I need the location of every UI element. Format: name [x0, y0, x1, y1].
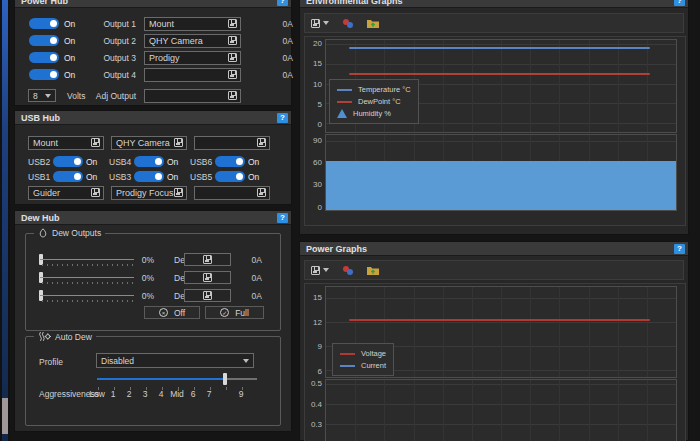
- power-graphs-toolbar: [304, 260, 684, 280]
- output-2-current: 0A: [267, 36, 293, 46]
- save-icon[interactable]: [228, 53, 237, 62]
- scrollbar-thumb[interactable]: [2, 398, 8, 434]
- dew-hub-header: Dew Hub ?: [15, 211, 291, 225]
- usb-top-field-1[interactable]: Mount: [28, 136, 104, 150]
- save-icon[interactable]: [91, 138, 100, 147]
- usb1-toggle[interactable]: [53, 171, 83, 182]
- usb-top-field-3[interactable]: [194, 136, 270, 150]
- save-icon[interactable]: [228, 70, 237, 79]
- open-folder-icon[interactable]: [366, 265, 380, 276]
- dew-channel-row-c: 0% Dew C 0A: [26, 289, 280, 305]
- output-1-name-field[interactable]: Mount: [144, 17, 241, 31]
- output-3-toggle[interactable]: [29, 52, 59, 63]
- power-charts-area: 151296 0.50.40.30.2 VoltageCurrent: [304, 283, 686, 441]
- dew-hub-title: Dew Hub: [21, 213, 60, 223]
- power-hub-title: Power Hub: [21, 0, 68, 6]
- dew-c-slider-track[interactable]: [40, 295, 134, 296]
- output-4-name-field[interactable]: [144, 68, 241, 82]
- panel-power-hub: Power Hub ? On Output 1 Mount 0A On Outp…: [14, 0, 292, 106]
- dew-outputs-group-label: Dew Outputs: [34, 228, 105, 238]
- save-icon[interactable]: [91, 188, 100, 197]
- usb2-state: On: [86, 157, 97, 167]
- output-3-state: On: [64, 53, 75, 63]
- usb5-toggle[interactable]: [215, 171, 245, 182]
- panel-usb-hub: USB Hub ? Mount QHY Camera USB2: [14, 110, 292, 205]
- chevron-down-icon: [323, 268, 329, 272]
- usb6-state: On: [248, 157, 259, 167]
- dew-hub-help-icon[interactable]: ?: [277, 213, 288, 223]
- profile-row: Profile Disabled: [26, 353, 280, 369]
- save-icon: [203, 291, 212, 300]
- usb-bottom-fields-row: Guider Prodigy Focus: [15, 186, 291, 201]
- dew-c-save-button[interactable]: [184, 289, 231, 302]
- adj-output-name-field[interactable]: [144, 89, 241, 103]
- usb6-toggle[interactable]: [215, 156, 245, 167]
- dew-off-button[interactable]: × Off: [144, 306, 200, 319]
- dew-c-slider-ticks: [42, 300, 134, 302]
- usb-bottom-field-2[interactable]: Prodigy Focus: [111, 186, 187, 200]
- dew-b-slider-track[interactable]: [40, 277, 134, 278]
- legend-label: Current: [361, 361, 386, 370]
- output-2-name-field[interactable]: QHY Camera: [144, 34, 241, 48]
- current-chart: 0.50.40.30.2: [308, 379, 682, 441]
- app-window: Power Hub ? On Output 1 Mount 0A On Outp…: [0, 0, 700, 441]
- chevron-down-icon: [45, 94, 51, 98]
- usb-top-field-2[interactable]: QHY Camera: [111, 136, 187, 150]
- usb2-toggle[interactable]: [53, 156, 83, 167]
- usb-hub-help-icon[interactable]: ?: [277, 113, 288, 123]
- usb4-toggle[interactable]: [134, 156, 164, 167]
- output-4-state: On: [64, 70, 75, 80]
- dew-channel-row-b: 0% Dew B 0A: [26, 271, 280, 287]
- series-temperature-c: [349, 47, 650, 49]
- save-icon[interactable]: [174, 138, 183, 147]
- save-icon[interactable]: [174, 188, 183, 197]
- scale-tick-mid: Mid: [170, 389, 184, 399]
- dew-a-save-button[interactable]: [184, 253, 231, 266]
- usb-bottom-field-1[interactable]: Guider: [28, 186, 104, 200]
- adj-output-label: Adj Output: [89, 91, 136, 101]
- dew-c-percent: 0%: [124, 291, 154, 301]
- output-2-toggle[interactable]: [29, 35, 59, 46]
- y-axis: 9060300: [308, 134, 325, 211]
- save-graph-button[interactable]: [311, 17, 333, 29]
- series-colors-icon[interactable]: [343, 265, 356, 276]
- volts-value: 8: [33, 91, 38, 101]
- save-icon[interactable]: [228, 91, 237, 100]
- volts-select[interactable]: 8: [28, 89, 56, 102]
- save-icon[interactable]: [257, 138, 266, 147]
- usb6-label: USB6: [190, 157, 212, 167]
- power-hub-help-icon[interactable]: ?: [277, 0, 288, 6]
- save-icon[interactable]: [257, 188, 266, 197]
- line-marker-icon: [337, 89, 352, 91]
- line-marker-icon: [340, 353, 355, 355]
- usb2-label: USB2: [28, 157, 50, 167]
- scale-tick-4: 4: [159, 389, 164, 399]
- output-4-toggle[interactable]: [29, 69, 59, 80]
- usb-bottom-field-3[interactable]: [194, 186, 270, 200]
- off-button-label: Off: [174, 308, 185, 318]
- output-4-label: Output 4: [89, 70, 136, 80]
- profile-select[interactable]: Disabled: [96, 353, 254, 368]
- dew-a-slider-track[interactable]: [40, 259, 134, 260]
- output-3-name-field[interactable]: Prodigy: [144, 51, 241, 65]
- humidity-chart: 9060300: [308, 134, 682, 211]
- chevron-down-icon: [323, 21, 329, 25]
- output-1-toggle[interactable]: [29, 18, 59, 29]
- series-dewpoint-c: [349, 73, 650, 75]
- circle-x-icon: ×: [159, 308, 168, 317]
- series-colors-icon[interactable]: [343, 18, 356, 29]
- open-folder-icon[interactable]: [366, 18, 380, 29]
- power-graphs-help-icon[interactable]: ?: [674, 244, 685, 254]
- legend-entry: Temperature °C: [337, 84, 411, 95]
- slider-thumb[interactable]: [223, 373, 227, 385]
- usb3-toggle[interactable]: [134, 171, 164, 182]
- dew-full-button[interactable]: ✓ Full: [205, 306, 264, 319]
- save-graph-button[interactable]: [311, 264, 333, 276]
- legend-entry: DewPoint °C: [337, 96, 411, 107]
- environmental-graphs-help-icon[interactable]: ?: [674, 0, 685, 6]
- power-output-row-1: On Output 1 Mount 0A: [15, 17, 291, 32]
- save-icon[interactable]: [228, 19, 237, 28]
- volts-label: Volts: [67, 91, 85, 101]
- save-icon[interactable]: [228, 36, 237, 45]
- dew-b-save-button[interactable]: [184, 271, 231, 284]
